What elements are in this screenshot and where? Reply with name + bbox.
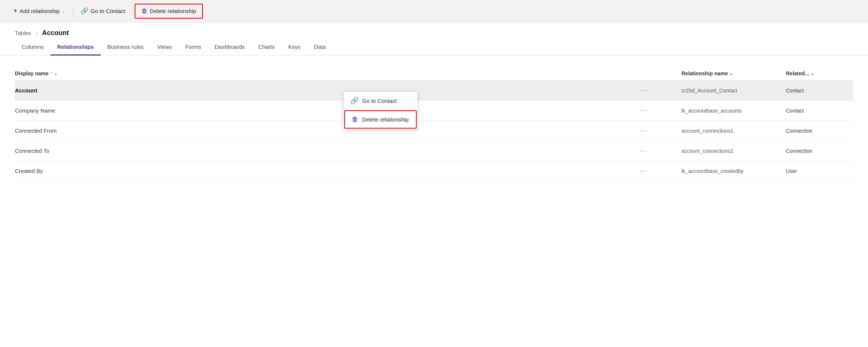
tab-data[interactable]: Data xyxy=(307,40,333,56)
link-icon: 🔗 xyxy=(81,7,88,15)
related-cell: Contact xyxy=(786,88,853,94)
context-menu-divider xyxy=(344,109,417,110)
display-name-cell: Company Name xyxy=(15,107,637,114)
relationship-name-header[interactable]: Relationship name ⌄ xyxy=(681,70,786,76)
toolbar: + Add relationship ⌄ 🔗 Go to Contact 🗑 D… xyxy=(0,0,868,22)
context-link-icon: 🔗 xyxy=(350,97,358,105)
dots-col: ··· xyxy=(637,126,681,135)
tab-keys[interactable]: Keys xyxy=(281,40,307,56)
context-trash-icon: 🗑 xyxy=(352,116,358,123)
add-relationship-button[interactable]: + Add relationship ⌄ xyxy=(7,4,71,18)
table-row[interactable]: Created By ··· lk_accountbase_createdby … xyxy=(15,161,853,181)
rel-sort-down-icon[interactable]: ⌄ xyxy=(729,71,733,76)
go-to-contact-label: Go to Contact xyxy=(91,8,125,14)
table-header: Display name ↑ ⌄ Relationship name ⌄ Rel… xyxy=(15,67,853,81)
table-row[interactable]: Connected To ··· account_connections2 Co… xyxy=(15,141,853,161)
sort-up-icon: ↑ xyxy=(50,71,52,76)
trash-icon: 🗑 xyxy=(141,7,148,15)
tab-forms[interactable]: Forms xyxy=(179,40,208,56)
toolbar-divider-2 xyxy=(133,6,133,17)
related-cell: Contact xyxy=(786,108,853,114)
row-menu-button[interactable]: ··· xyxy=(637,86,651,95)
delete-relationship-button[interactable]: 🗑 Delete relationship xyxy=(135,4,203,19)
tab-charts[interactable]: Charts xyxy=(251,40,281,56)
breadcrumb-current: Account xyxy=(42,29,69,37)
tab-business-rules[interactable]: Business rules xyxy=(101,40,151,56)
context-go-to-contact[interactable]: 🔗 Go to Contact xyxy=(344,92,417,109)
relationship-name-cell: cr25d_Account_Contact xyxy=(681,88,786,94)
context-go-to-contact-label: Go to Contact xyxy=(362,98,397,104)
display-name-cell: Connected To xyxy=(15,148,637,154)
dots-col: ··· xyxy=(637,146,681,155)
main-content: Display name ↑ ⌄ Relationship name ⌄ Rel… xyxy=(0,56,868,181)
row-menu-button[interactable]: ··· xyxy=(637,166,651,176)
dots-col: ··· xyxy=(637,166,681,176)
table-row[interactable]: Account ··· cr25d_Account_Contact Contac… xyxy=(15,81,853,101)
tabs: Columns Relationships Business rules Vie… xyxy=(0,40,868,56)
tab-columns[interactable]: Columns xyxy=(15,40,50,56)
toolbar-divider-1 xyxy=(73,6,73,17)
relationship-name-cell: lk_accountbase_createdby xyxy=(681,168,786,174)
row-menu-button[interactable]: ··· xyxy=(637,106,651,115)
relationship-name-header-label: Relationship name xyxy=(681,70,728,76)
dots-col: ··· xyxy=(637,106,681,115)
tab-dashboards[interactable]: Dashboards xyxy=(208,40,251,56)
relationship-name-cell: account_connections1 xyxy=(681,128,786,134)
table-row[interactable]: Connected From ··· account_connections1 … xyxy=(15,121,853,141)
display-name-cell: Account xyxy=(15,87,637,94)
breadcrumb-parent[interactable]: Tables xyxy=(15,30,31,36)
row-menu-button[interactable]: ··· xyxy=(637,146,651,155)
breadcrumb: Tables › Account xyxy=(0,22,868,40)
chevron-down-icon: ⌄ xyxy=(62,9,65,13)
tab-views[interactable]: Views xyxy=(150,40,179,56)
display-name-header[interactable]: Display name ↑ ⌄ xyxy=(15,70,637,76)
go-to-contact-button[interactable]: 🔗 Go to Contact xyxy=(75,4,131,18)
relationship-name-cell: account_connections2 xyxy=(681,148,786,154)
add-relationship-label: Add relationship xyxy=(20,8,60,14)
display-name-cell: Connected From xyxy=(15,127,637,134)
display-name-cell: Created By xyxy=(15,168,637,174)
dots-col: ··· xyxy=(637,86,681,95)
display-name-header-label: Display name xyxy=(15,70,48,76)
related-cell: Connection xyxy=(786,128,853,134)
related-sort-down-icon[interactable]: ⌄ xyxy=(811,71,814,76)
context-menu: 🔗 Go to Contact 🗑 Delete relationship xyxy=(343,92,418,130)
sort-down-icon[interactable]: ⌄ xyxy=(54,71,57,76)
related-cell: Connection xyxy=(786,148,853,154)
table-row[interactable]: Company Name ··· lk_accountbase_accounts… xyxy=(15,101,853,121)
related-header[interactable]: Related... ⌄ xyxy=(786,70,853,76)
related-cell: User xyxy=(786,168,853,174)
context-delete-relationship[interactable]: 🗑 Delete relationship xyxy=(344,110,417,129)
context-delete-relationship-label: Delete relationship xyxy=(362,116,408,123)
relationship-name-cell: lk_accountbase_accounts xyxy=(681,108,786,114)
breadcrumb-separator: › xyxy=(36,30,38,36)
delete-relationship-label: Delete relationship xyxy=(150,8,196,14)
related-header-label: Related... xyxy=(786,70,809,76)
row-menu-button[interactable]: ··· xyxy=(637,126,651,135)
tab-relationships[interactable]: Relationships xyxy=(50,40,100,56)
plus-icon: + xyxy=(13,7,18,15)
